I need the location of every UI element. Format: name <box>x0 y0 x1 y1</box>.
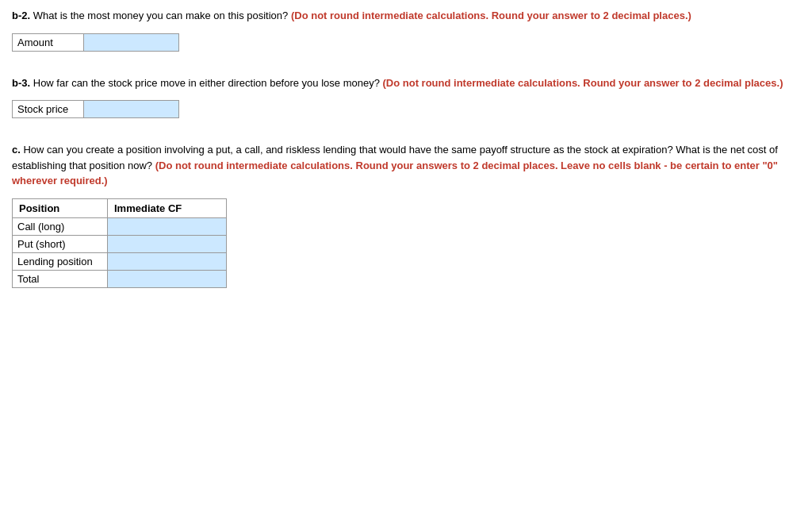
b2-prefix: b-2. <box>12 10 30 21</box>
b2-amount-label: Amount <box>13 33 84 51</box>
c-row-1-input-cell <box>108 235 227 252</box>
c-row-0-label: Call (long) <box>13 217 108 235</box>
c-row-0-input[interactable] <box>113 221 221 233</box>
c-row-0-input-cell <box>108 217 227 235</box>
table-row: Total <box>13 270 227 287</box>
b2-amount-input[interactable] <box>89 37 174 48</box>
c-row-1-input[interactable] <box>113 238 221 250</box>
section-b2: b-2. What is the most money you can make… <box>12 8 800 52</box>
b2-question: b-2. What is the most money you can make… <box>12 8 800 24</box>
c-row-3-input[interactable] <box>113 273 221 285</box>
c-row-2-label: Lending position <box>13 252 108 270</box>
b3-stockprice-label: Stock price <box>13 101 84 118</box>
b2-table: Amount <box>12 33 179 52</box>
b3-stockprice-input-cell <box>84 101 179 118</box>
c-prefix: c. <box>12 144 21 156</box>
b3-prefix: b-3. <box>12 77 30 89</box>
c-question: c. How can you create a position involvi… <box>12 142 800 189</box>
section-b3: b-3. How far can the stock price move in… <box>12 75 800 119</box>
c-row-3-input-cell <box>108 270 227 287</box>
b3-table: Stock price <box>12 100 179 118</box>
b2-amount-input-cell <box>84 33 179 51</box>
table-row: Lending position <box>13 252 227 270</box>
c-col-position: Position <box>13 198 108 217</box>
c-row-1-label: Put (short) <box>13 235 108 252</box>
b2-note: (Do not round intermediate calculations.… <box>291 10 691 21</box>
table-row: Put (short) <box>13 235 227 252</box>
b3-stockprice-input[interactable] <box>89 103 174 115</box>
b3-question-text: How far can the stock price move in eith… <box>30 77 380 89</box>
c-table: Position Immediate CF Call (long)Put (sh… <box>12 198 227 288</box>
table-row: Call (long) <box>13 217 227 235</box>
b3-note: (Do not round intermediate calculations.… <box>383 77 783 89</box>
c-row-2-input[interactable] <box>113 256 221 267</box>
c-col-cf: Immediate CF <box>108 198 227 217</box>
c-row-3-label: Total <box>13 270 108 287</box>
b3-question: b-3. How far can the stock price move in… <box>12 75 800 91</box>
b2-question-text: What is the most money you can make on t… <box>30 10 288 21</box>
section-c: c. How can you create a position involvi… <box>12 142 800 288</box>
c-row-2-input-cell <box>108 252 227 270</box>
